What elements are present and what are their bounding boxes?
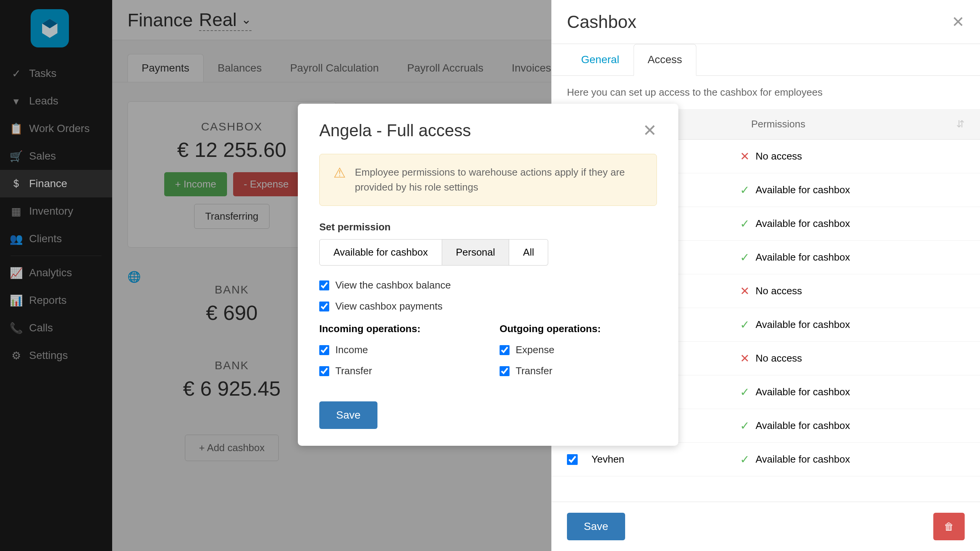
perm-row-label: Available for cashbox <box>756 184 850 196</box>
warning-box: ⚠ Employee permissions to warehouse acti… <box>319 154 657 206</box>
warning-icon: ⚠ <box>333 165 346 181</box>
modal-save-button[interactable]: Save <box>319 401 377 429</box>
modal-close-button[interactable]: ✕ <box>643 121 657 140</box>
perm-option-all[interactable]: All <box>509 239 548 266</box>
checkbox-view-balance[interactable]: View the cashbox balance <box>319 279 657 291</box>
cross-icon: ✕ <box>740 284 750 298</box>
perm-row-label: Available for cashbox <box>756 420 850 432</box>
panel-tab-general[interactable]: General <box>567 44 634 75</box>
cross-icon: ✕ <box>740 150 750 163</box>
trash-icon: 🗑 <box>944 521 954 532</box>
cross-icon: ✕ <box>740 352 750 365</box>
perm-option-personal[interactable]: Personal <box>442 239 510 266</box>
checkbox-income[interactable]: Income <box>319 344 477 356</box>
checkbox-outgoing-transfer[interactable]: Transfer <box>500 365 657 377</box>
perm-option-available[interactable]: Available for cashbox <box>319 239 442 266</box>
panel-delete-button[interactable]: 🗑 <box>933 513 965 540</box>
check-icon: ✓ <box>740 318 750 331</box>
checkbox-incoming-transfer[interactable]: Transfer <box>319 365 477 377</box>
check-icon: ✓ <box>740 385 750 399</box>
perm-row-label: Available for cashbox <box>756 218 850 230</box>
panel-tab-access[interactable]: Access <box>634 44 696 76</box>
panel-close-button[interactable]: ✕ <box>952 13 965 31</box>
permission-btn-group: Available for cashbox Personal All <box>319 239 657 266</box>
panel-title: Cashbox <box>567 11 637 32</box>
perm-row-checkbox[interactable] <box>567 454 578 465</box>
checkbox-view-payments[interactable]: View cashbox payments <box>319 300 657 312</box>
perm-row-label: Available for cashbox <box>756 251 850 263</box>
checkbox-expense[interactable]: Expense <box>500 344 657 356</box>
perm-row-label: No access <box>756 150 802 162</box>
perm-row-label: Available for cashbox <box>756 453 850 465</box>
incoming-header: Incoming operations: <box>319 323 477 335</box>
permission-modal: Angela - Full access ✕ ⚠ Employee permis… <box>298 104 678 446</box>
check-icon: ✓ <box>740 183 750 197</box>
perm-row-name: Yevhen <box>591 453 624 465</box>
check-icon: ✓ <box>740 251 750 264</box>
outgoing-header: Outgoing operations: <box>500 323 657 335</box>
perm-row[interactable]: Yevhen ✓ Available for cashbox <box>552 443 980 476</box>
check-icon: ✓ <box>740 419 750 432</box>
panel-save-button[interactable]: Save <box>567 513 625 540</box>
check-icon: ✓ <box>740 217 750 230</box>
perm-row-label: No access <box>756 352 802 364</box>
perm-row-label: Available for cashbox <box>756 319 850 331</box>
set-permission-label: Set permission <box>319 221 657 233</box>
modal-title: Angela - Full access <box>319 121 471 140</box>
sort-icon[interactable]: ⇵ <box>956 118 965 130</box>
perm-row-label: Available for cashbox <box>756 386 850 398</box>
check-icon: ✓ <box>740 453 750 466</box>
perm-row-label: No access <box>756 285 802 297</box>
